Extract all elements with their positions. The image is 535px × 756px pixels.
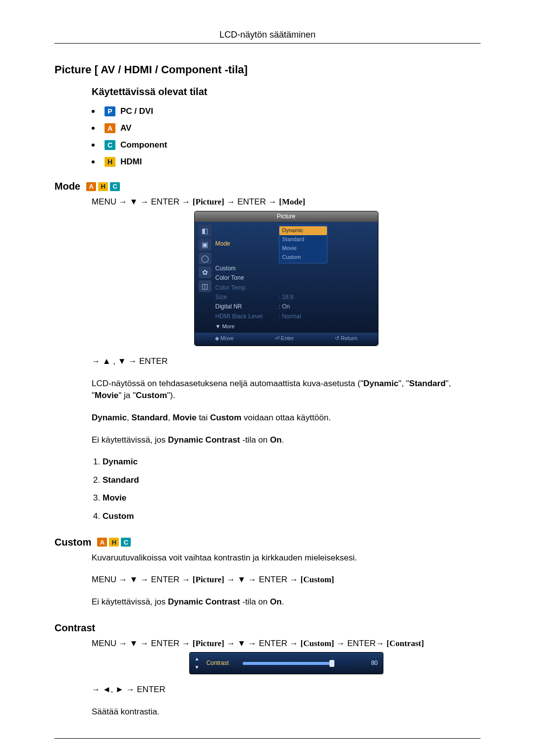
custom-body: Kuvaruutuvalikoissa voit vaihtaa kontras… [92,552,481,608]
osd-more[interactable]: ▼ More [215,323,374,331]
osd-value: : Normal [279,312,301,321]
popup-standard[interactable]: Standard [279,235,327,244]
c-icon: C [105,140,115,150]
list-label: Standard [103,475,139,485]
text: . [282,435,284,445]
osd-foot-return: ↺ Return [335,335,357,343]
custom-icon-strip: A H C [97,538,131,547]
mode-icon-strip: A H C [86,182,120,191]
mode-body: MENU → ▼ → ENTER → [Picture] → ENTER → [… [92,196,481,523]
list-label: Custom [103,511,134,521]
contrast-osd: ▲ ▼ Contrast 80 [190,653,383,674]
text: ", " [398,379,409,388]
p-icon: P [105,106,115,116]
osd-label: Digital NR [215,302,275,311]
nav-text: MENU → ▼ → ENTER → [92,575,193,584]
osd-row: Size: 16:9 [215,293,374,302]
contrast-slider[interactable] [243,662,354,665]
contrast-nav-path: MENU → ▼ → ENTER → [Picture] → ▼ → ENTER… [92,638,481,650]
mode-para-1: LCD-näytössä on tehdasasetuksena neljä a… [92,378,481,402]
mode-ordered-list: Dynamic Standard Movie Custom [92,456,481,523]
section-title: Picture [ AV / HDMI / Component -tila] [54,63,481,76]
page-header: LCD-näytön säätäminen [54,30,481,43]
text-bold: Dynamic [92,413,127,422]
list-item: Custom [103,510,481,523]
osd-row[interactable]: Digital NR: On [215,302,374,311]
osd-row: Color Temp. [215,284,374,292]
text: , [127,413,131,422]
popup-movie[interactable]: Movie [279,244,327,253]
mode-nav-path-2: → ▲ , ▼ → ENTER [92,355,481,368]
mode-av-label: AV [120,123,131,133]
mode-component-label: Component [120,140,167,150]
contrast-heading-label: Contrast [54,622,95,634]
contrast-body: MENU → ▼ → ENTER → [Picture] → ▼ → ENTER… [92,638,481,718]
osd-label: Color Tone [215,274,275,282]
nav-text: → ▼ → ENTER → [226,639,300,648]
mode-osd-wrap: Picture ◧ ▣ ◯ ✿ ◫ Mode Dynamic [92,211,481,346]
mode-heading-label: Mode [54,181,80,192]
nav-picture: [Picture] [193,575,224,584]
nav-contrast: [Contrast] [386,639,424,648]
text-bold: Dynamic [363,379,398,388]
list-label: Movie [103,493,126,503]
c-icon: C [110,182,120,191]
text: voidaan ottaa käyttöön. [241,413,331,422]
osd-label: HDMI Black Level [215,312,275,321]
osd-side-icon: ◧ [199,225,212,237]
popup-dynamic[interactable]: Dynamic [279,226,327,235]
osd-arrows[interactable]: ▲ ▼ [195,655,200,671]
osd-mode-popup[interactable]: Dynamic Standard Movie Custom [279,225,327,263]
bullet-icon [92,160,95,163]
osd-label: Custom [215,264,275,273]
bullet-icon [92,144,95,147]
a-icon: A [86,182,96,191]
page: LCD-näytön säätäminen Picture [ AV / HDM… [0,0,535,756]
bullet-icon [92,110,95,113]
h-icon: H [105,157,115,167]
popup-custom[interactable]: Custom [279,253,327,262]
osd-row[interactable]: Custom [215,264,374,273]
footer-rule [54,738,481,739]
osd-foot-move: ◆ Move [215,335,234,343]
osd-row[interactable]: Color Tone [215,274,374,282]
a-icon: A [105,123,115,133]
osd-row: HDMI Black Level: Normal [215,312,374,321]
nav-text: → ▼ → ENTER → [226,575,300,584]
osd-side-icon: ▣ [199,239,212,251]
picture-osd: Picture ◧ ▣ ◯ ✿ ◫ Mode Dynamic [195,211,378,346]
slider-fill [243,662,331,665]
text-bold: Standard [409,379,446,388]
mode-pc-dvi: P PC / DVI [92,106,481,116]
text-bold: Custom [210,413,241,422]
text-bold: Custom [136,391,167,400]
text-bold: On [270,597,282,606]
h-icon: H [98,182,108,191]
contrast-osd-label: Contrast [206,659,236,667]
mode-hdmi: H HDMI [92,157,481,167]
text-bold: On [270,435,282,445]
slider-knob[interactable] [329,660,334,667]
text: LCD-näytössä on tehdasasetuksena neljä a… [92,379,363,388]
list-item: Movie [103,492,481,504]
c-icon: C [121,538,131,547]
custom-heading-label: Custom [54,537,91,548]
custom-intro: Kuvaruutuvalikoissa voit vaihtaa kontras… [92,552,481,564]
custom-nav-path: MENU → ▼ → ENTER → [Picture] → ▼ → ENTER… [92,574,481,586]
available-modes-list: P PC / DVI A AV C Component H HDMI [92,106,481,167]
osd-value: : On [279,302,290,311]
osd-label: Color Temp. [215,284,275,292]
osd-side-icon: ◯ [199,252,212,264]
down-arrow-icon[interactable]: ▼ [195,664,200,671]
mode-component: C Component [92,140,481,150]
mode-hdmi-label: HDMI [120,157,142,167]
custom-heading: Custom A H C [54,537,481,548]
text-bold: Standard [131,413,168,422]
osd-mode-row[interactable]: Mode Dynamic Standard Movie Custom [215,225,374,263]
text: Ei käytettävissä, jos [92,597,168,606]
osd-side-icon: ✿ [199,266,212,278]
up-arrow-icon[interactable]: ▲ [195,655,200,663]
list-label: Dynamic [103,457,138,466]
text: . [282,597,284,606]
nav-custom: [Custom] [301,639,334,648]
